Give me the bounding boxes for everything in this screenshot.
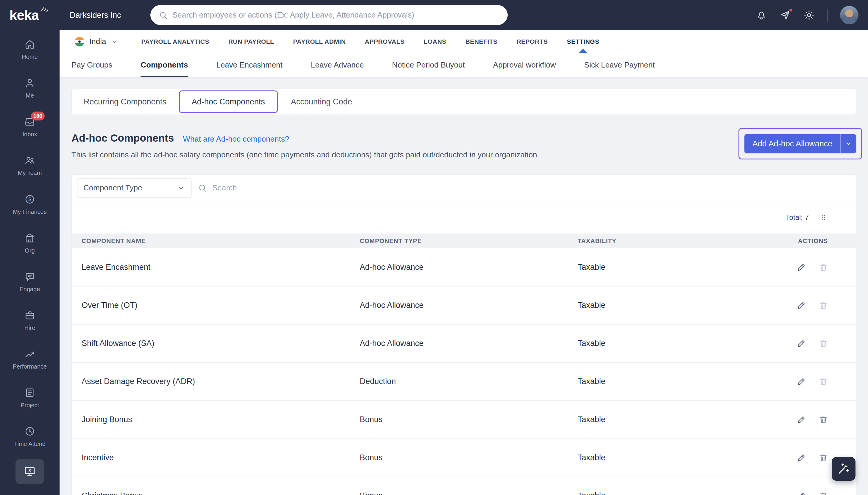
tab-settings[interactable]: SETTINGS: [567, 30, 600, 53]
sidebar-label: Org: [25, 247, 35, 254]
sidebar-item-time-attend[interactable]: Time Attend: [0, 417, 60, 456]
tab-ad-hoc-components[interactable]: Ad-hoc Components: [192, 97, 265, 106]
subtab-leave-advance[interactable]: Leave Advance: [311, 53, 364, 77]
sidebar-item-project[interactable]: Project: [0, 379, 60, 417]
table-row: Asset Damage Recovery (ADR) Deduction Ta…: [72, 363, 856, 401]
company-name: Darksiders Inc: [70, 0, 121, 30]
table-search[interactable]: [198, 183, 851, 192]
ai-assistant-button[interactable]: [832, 457, 855, 481]
edit-icon[interactable]: [797, 492, 806, 495]
annotation-highlight: Ad-hoc Components: [179, 90, 278, 113]
subtab-leave-encashment[interactable]: Leave Encashment: [216, 53, 282, 77]
topbar-actions: [756, 0, 858, 30]
tab-run-payroll[interactable]: RUN PAYROLL: [228, 30, 274, 53]
subtab-approval-workflow[interactable]: Approval workflow: [493, 53, 556, 77]
sidebar-item-performance[interactable]: Performance: [0, 340, 60, 379]
home-icon: [24, 39, 35, 50]
sidebar-item-engage[interactable]: Engage: [0, 263, 60, 301]
sidebar-item-inbox[interactable]: 186 Inbox: [0, 108, 60, 146]
delete-icon[interactable]: [819, 377, 828, 386]
subtab-components[interactable]: Components: [141, 53, 188, 77]
inbox-badge: 186: [31, 112, 45, 120]
component-name: Over Time (OT): [82, 301, 360, 310]
sidebar-item-my-team[interactable]: My Team: [0, 146, 60, 185]
global-search-input[interactable]: [173, 11, 505, 20]
table-row: Over Time (OT) Ad-hoc Allowance Taxable: [72, 287, 856, 325]
sidebar-item-me[interactable]: Me: [0, 69, 60, 108]
component-taxability: Taxable: [578, 263, 744, 272]
sidebar-item-payroll[interactable]: [0, 456, 60, 495]
edit-icon[interactable]: [797, 377, 806, 386]
settings-gear-icon[interactable]: [803, 10, 815, 21]
sidebar-label: My Team: [18, 170, 42, 176]
component-name: Asset Damage Recovery (ADR): [82, 377, 360, 386]
component-taxability: Taxable: [578, 453, 744, 462]
component-name: Shift Allowance (SA): [82, 339, 360, 348]
hire-icon: [24, 310, 35, 321]
payroll-icon: [24, 465, 36, 477]
country-selector[interactable]: India: [60, 30, 131, 53]
module-nav: India PAYROLL ANALYTICS RUN PAYROLL PAYR…: [60, 30, 868, 53]
announcements-rocket-icon[interactable]: [780, 10, 791, 21]
sidebar-item-org[interactable]: Org: [0, 224, 60, 263]
clock-icon: [24, 426, 35, 437]
org-icon: [24, 233, 35, 243]
sidebar-label: Project: [20, 402, 39, 409]
notification-bell-icon[interactable]: [756, 10, 767, 21]
component-name: Joining Bonus: [82, 415, 360, 424]
sidebar-item-my-finances[interactable]: My Finances: [0, 185, 60, 224]
component-type: Deduction: [360, 377, 578, 386]
delete-icon[interactable]: [819, 492, 828, 495]
subtab-notice-period-buyout[interactable]: Notice Period Buyout: [392, 53, 465, 77]
project-icon: [24, 387, 35, 398]
tab-payroll-admin[interactable]: PAYROLL ADMIN: [293, 30, 346, 53]
sidebar-item-home[interactable]: Home: [0, 30, 60, 69]
global-search[interactable]: [150, 5, 508, 25]
subtab-pay-groups[interactable]: Pay Groups: [71, 53, 112, 77]
search-icon: [159, 11, 168, 20]
edit-icon[interactable]: [797, 339, 806, 348]
component-taxability: Taxable: [578, 377, 744, 386]
delete-icon[interactable]: [819, 301, 828, 310]
edit-icon[interactable]: [797, 263, 806, 272]
edit-icon[interactable]: [797, 301, 806, 310]
subtab-sick-leave-payment[interactable]: Sick Leave Payment: [584, 53, 655, 77]
page-description: This list contains all the ad-hoc salary…: [71, 150, 725, 159]
finances-icon: [24, 194, 35, 205]
sidebar-item-hire[interactable]: Hire: [0, 301, 60, 340]
help-link[interactable]: What are Ad-hoc components?: [183, 135, 289, 144]
column-settings-icon[interactable]: [819, 213, 828, 222]
components-table-card: Component Type Total: 7 COMPONENT NAME C…: [71, 174, 856, 495]
component-name: Incentive: [82, 453, 360, 462]
user-icon: [24, 78, 35, 88]
edit-icon[interactable]: [797, 454, 806, 462]
tab-reports[interactable]: REPORTS: [517, 30, 548, 53]
delete-icon[interactable]: [819, 339, 828, 348]
sidebar-label: Time Attend: [14, 441, 46, 447]
topbar-divider: [827, 8, 828, 22]
filter-row: Component Type: [72, 175, 856, 201]
notification-dot: [788, 8, 793, 13]
tab-payroll-analytics[interactable]: PAYROLL ANALYTICS: [141, 30, 209, 53]
add-ad-hoc-allowance-caret[interactable]: [840, 134, 856, 153]
tab-approvals[interactable]: APPROVALS: [365, 30, 405, 53]
delete-icon[interactable]: [819, 415, 828, 424]
edit-icon[interactable]: [797, 415, 806, 424]
column-header-component-name: COMPONENT NAME: [82, 237, 360, 244]
component-type-select-label: Component Type: [83, 183, 142, 192]
table-row: Christmas Bonus Bonus Taxable: [72, 477, 856, 495]
table-row: Shift Allowance (SA) Ad-hoc Allowance Ta…: [72, 325, 856, 363]
delete-icon[interactable]: [819, 263, 828, 272]
add-ad-hoc-allowance-button[interactable]: Add Ad-hoc Allowance: [744, 134, 840, 153]
tab-benefits[interactable]: BENEFITS: [465, 30, 497, 53]
tab-accounting-code[interactable]: Accounting Code: [291, 97, 352, 106]
keka-logo[interactable]: keka: [0, 0, 60, 30]
component-type-select[interactable]: Component Type: [77, 178, 192, 198]
component-type: Ad-hoc Allowance: [360, 339, 578, 348]
tab-loans[interactable]: LOANS: [424, 30, 446, 53]
user-avatar[interactable]: [840, 6, 858, 24]
delete-icon[interactable]: [819, 454, 828, 462]
tab-recurring-components[interactable]: Recurring Components: [84, 97, 166, 106]
chevron-down-icon: [177, 184, 185, 192]
table-search-input[interactable]: [212, 183, 361, 192]
